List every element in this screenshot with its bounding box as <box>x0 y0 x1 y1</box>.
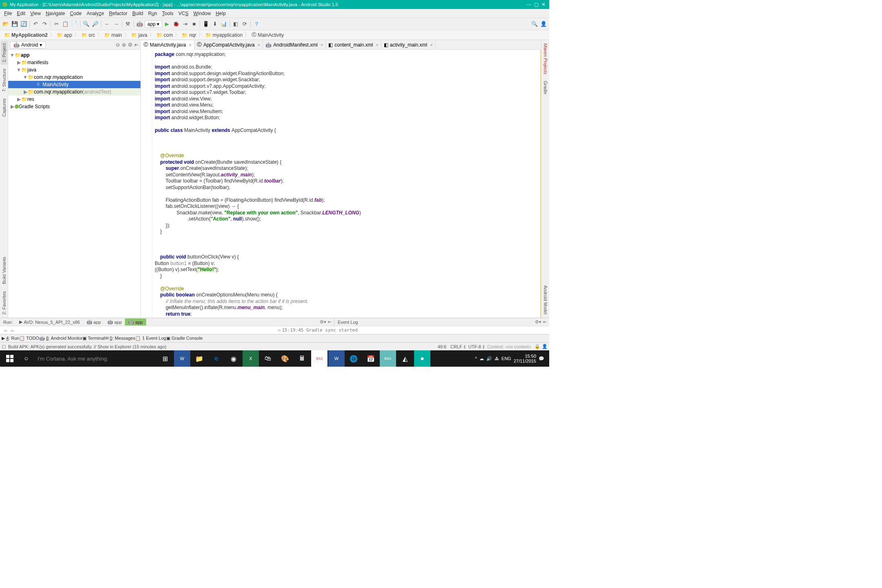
project-tree[interactable]: ▼📁 app ▶📁 manifests ▼📁 java ▼📁 com.nqr.m… <box>8 50 140 318</box>
tree-package[interactable]: com.nqr.myapplication <box>34 74 82 80</box>
debug-icon[interactable]: 🐞 <box>172 20 180 28</box>
user-icon[interactable]: 👤 <box>539 20 548 28</box>
find-icon[interactable]: 🔍 <box>82 20 90 28</box>
tab-android-monitor[interactable]: 🤖 6: Android Monitor <box>39 336 82 341</box>
menu-build[interactable]: Build <box>130 10 146 17</box>
breadcrumb[interactable]: 📁 java <box>129 31 149 39</box>
tool-android-model[interactable]: Android Model <box>542 283 549 317</box>
breadcrumb[interactable]: 📁 main <box>102 31 124 39</box>
explorer-icon[interactable]: 📁 <box>191 350 207 367</box>
tray-expand-icon[interactable]: ^ <box>475 356 477 361</box>
redo-icon[interactable]: ↷ <box>40 20 49 28</box>
tab-manifest[interactable]: 🤖 AndroidManifest.xml× <box>263 40 326 49</box>
menu-edit[interactable]: Edit <box>14 10 28 17</box>
breadcrumb[interactable]: 📁 app <box>55 31 74 39</box>
run-gear-icon[interactable]: ⚙▾ <box>320 319 326 325</box>
forward-icon[interactable]: → <box>112 20 120 28</box>
word-icon[interactable]: W <box>328 350 345 367</box>
status-position[interactable]: 49:6 <box>438 344 446 349</box>
tab-content-main[interactable]: ◧ content_main.xml× <box>326 40 381 49</box>
tab-mainactivity[interactable]: Ⓒ MainActivity.java× <box>141 40 194 50</box>
tool-structure[interactable]: 7: Structure <box>1 66 7 94</box>
status-eol[interactable]: CRLF ‡ <box>450 344 466 349</box>
status-hide-icon[interactable]: ▢ <box>2 344 6 349</box>
app-icon[interactable]: B4A <box>380 350 396 367</box>
tray-onedrive-icon[interactable]: ☁ <box>479 356 484 361</box>
gear-icon[interactable]: ⚙ <box>128 42 133 48</box>
start-button[interactable] <box>2 350 18 367</box>
back-icon[interactable]: ← <box>103 20 111 28</box>
run-tab-app[interactable]: 🤖 app <box>104 318 125 325</box>
project-view-select[interactable]: 🤖 Android ▾ <box>10 41 46 49</box>
event-gear-icon[interactable]: ⚙▾ <box>535 319 541 325</box>
calendar-icon[interactable]: 📅 <box>363 350 379 367</box>
cortana-icon[interactable]: ○ <box>18 350 34 367</box>
copy-icon[interactable]: 📋 <box>61 20 69 28</box>
close-icon[interactable]: × <box>258 42 260 47</box>
run-tab-app[interactable]: 🤖 app <box>83 318 104 325</box>
close-icon[interactable]: × <box>189 42 191 47</box>
tab-messages[interactable]: ✉ 0: Messages <box>105 336 135 341</box>
breadcrumb[interactable]: 📁 myapplication <box>204 31 244 39</box>
close-button[interactable]: ✕ <box>540 2 547 7</box>
tree-mainactivity[interactable]: CMainActivity <box>8 81 140 88</box>
code-editor[interactable]: package com.nqr.myapplication; import an… <box>141 50 541 318</box>
minimize-button[interactable]: — <box>525 2 532 7</box>
cut-icon[interactable]: ✂ <box>52 20 60 28</box>
status-context[interactable]: Context: <no context> <box>487 344 531 349</box>
replace-icon[interactable]: 🔎 <box>91 20 99 28</box>
tray-network-icon[interactable]: 🖧 <box>494 356 499 361</box>
help-icon[interactable]: ? <box>252 20 261 28</box>
steam-icon[interactable]: ◉ <box>225 350 242 367</box>
sync-icon[interactable]: 🔄 <box>20 20 28 28</box>
menu-tools[interactable]: Tools <box>160 10 176 17</box>
paste-icon[interactable]: 📄 <box>70 20 78 28</box>
breadcrumb[interactable]: 📁 MyApplication2 <box>2 31 49 39</box>
run-target-select[interactable]: app ▾ <box>145 20 162 28</box>
paint-icon[interactable]: 🎨 <box>277 350 293 367</box>
tool-maven[interactable]: Maven Projects <box>542 41 549 77</box>
code-text[interactable]: package com.nqr.myapplication; import an… <box>152 50 361 318</box>
menu-refactor[interactable]: Refactor <box>107 10 130 17</box>
tray-notifications-icon[interactable]: 💬 <box>539 356 544 361</box>
maximize-button[interactable]: ▢ <box>532 2 540 7</box>
search-everywhere-icon[interactable]: 🔍 <box>530 20 539 28</box>
tree-gradle-scripts[interactable]: Gradle Scripts <box>19 104 50 109</box>
tab-run[interactable]: ▶ 4: Run <box>2 336 19 341</box>
tab-gradle-console[interactable]: ▣ Gradle Console <box>166 336 203 341</box>
hide-icon[interactable]: ⇤ <box>134 42 139 48</box>
tray-clock[interactable]: 15:5027/11/2015 <box>514 354 536 363</box>
make-icon[interactable]: ⚒ <box>124 20 132 28</box>
calc-icon[interactable]: 🖩 <box>294 350 310 367</box>
status-encoding[interactable]: UTF-8 ‡ <box>468 344 485 349</box>
menu-file[interactable]: File <box>2 10 14 17</box>
tree-test-package[interactable]: com.nqr.myapplication <box>34 89 82 95</box>
edge-icon[interactable]: e <box>208 350 225 367</box>
expand-icon[interactable]: ⊕ <box>122 42 126 48</box>
excel-icon[interactable]: X <box>243 350 259 367</box>
unity-icon[interactable]: ◭ <box>397 350 413 367</box>
close-icon[interactable]: × <box>321 42 323 47</box>
menu-view[interactable]: View <box>28 10 43 17</box>
editor-overview-ruler[interactable] <box>540 50 541 318</box>
run-icon[interactable]: ▶ <box>163 20 171 28</box>
tab-appcompat[interactable]: Ⓒ AppCompatActivity.java× <box>194 40 263 49</box>
tool-favorites[interactable]: 2: Favorites <box>1 289 7 317</box>
tree-manifests[interactable]: manifests <box>27 60 48 65</box>
tree-app[interactable]: app <box>21 52 29 58</box>
save-icon[interactable]: 💾 <box>11 20 19 28</box>
run-tab-app-active[interactable]: 🤖 app <box>125 318 146 325</box>
menu-run[interactable]: Run <box>146 10 160 17</box>
open-icon[interactable]: 📂 <box>2 20 10 28</box>
run-tab-avd[interactable]: ▶ AVD: Nexus_5_API_22_x86 <box>16 318 83 325</box>
tray-volume-icon[interactable]: 🔊 <box>486 356 492 361</box>
taskview-icon[interactable]: ⊞ <box>157 350 173 367</box>
breadcrumb[interactable]: 📁 src <box>80 31 97 39</box>
tool-project[interactable]: 1: Project <box>1 41 7 65</box>
tab-activity-main[interactable]: ◧ activity_main.xml× <box>381 40 436 49</box>
close-icon[interactable]: × <box>430 42 432 47</box>
menu-help[interactable]: Help <box>213 10 228 17</box>
menu-vcs[interactable]: VCS <box>176 10 191 17</box>
breadcrumb[interactable]: 📁 nqr <box>180 31 198 39</box>
store-icon[interactable]: 🛍 <box>260 350 276 367</box>
